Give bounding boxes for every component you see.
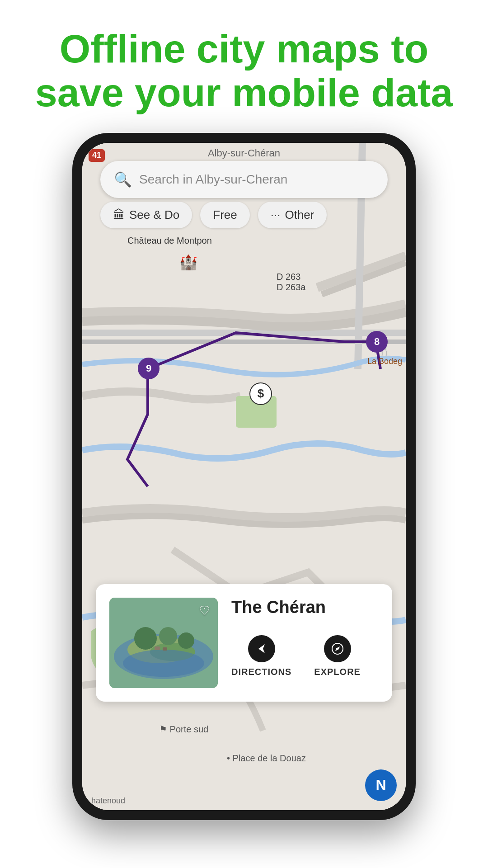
search-icon: 🔍 bbox=[114, 171, 132, 188]
place-douaz-label: • Place de la Douaz bbox=[227, 753, 306, 764]
road-d263-label: D 263 D 263a bbox=[277, 272, 306, 292]
dollar-marker: $ bbox=[249, 382, 272, 405]
route-node-8: 8 bbox=[366, 331, 388, 353]
explore-icon bbox=[324, 635, 351, 662]
svg-point-12 bbox=[123, 650, 204, 677]
svg-point-10 bbox=[159, 627, 177, 645]
page-title: Offline city maps to save your mobile da… bbox=[27, 27, 461, 115]
compass[interactable]: N bbox=[365, 769, 397, 801]
svg-rect-14 bbox=[163, 647, 167, 651]
porte-sud-label: ⚑ Porte sud bbox=[159, 724, 208, 735]
poi-actions: DIRECTIONS EXPLORE bbox=[231, 635, 379, 677]
filter-pills: 🏛 See & Do Free ··· Other bbox=[100, 202, 327, 228]
poi-image: ♡ bbox=[109, 598, 218, 688]
explore-action[interactable]: EXPLORE bbox=[314, 635, 361, 677]
phone-mockup: 🏰 41 Alby-sur-Chéran 🔍 Search in Alby-su… bbox=[72, 133, 416, 820]
svg-point-9 bbox=[134, 627, 157, 650]
city-label: Alby-sur-Chéran bbox=[208, 147, 280, 159]
more-dots-icon: ··· bbox=[271, 208, 281, 222]
phone-frame: 🏰 41 Alby-sur-Chéran 🔍 Search in Alby-su… bbox=[72, 133, 416, 820]
chateau-label: Château de Montpon bbox=[127, 236, 212, 246]
notification-badge: 41 bbox=[89, 149, 105, 162]
directions-label: DIRECTIONS bbox=[231, 667, 291, 677]
route-node-9: 9 bbox=[138, 358, 160, 379]
poi-info: The Chéran DIRECTIONS bbox=[231, 598, 379, 688]
explore-label: EXPLORE bbox=[314, 667, 361, 677]
svg-point-11 bbox=[178, 632, 194, 649]
hatenoud-label: hatenoud bbox=[91, 796, 125, 806]
svg-rect-13 bbox=[155, 646, 160, 650]
other-filter[interactable]: ··· Other bbox=[258, 202, 327, 228]
poi-title: The Chéran bbox=[231, 598, 379, 617]
phone-screen: 🏰 41 Alby-sur-Chéran 🔍 Search in Alby-su… bbox=[82, 143, 406, 810]
heart-icon[interactable]: ♡ bbox=[195, 602, 213, 620]
directions-action[interactable]: DIRECTIONS bbox=[231, 635, 291, 677]
search-bar[interactable]: 🔍 Search in Alby-sur-Cheran bbox=[100, 161, 388, 198]
see-do-icon: 🏛 bbox=[113, 208, 125, 222]
svg-marker-16 bbox=[335, 646, 340, 651]
search-placeholder: Search in Alby-sur-Cheran bbox=[139, 172, 287, 187]
map-area[interactable]: 🏰 41 Alby-sur-Chéran 🔍 Search in Alby-su… bbox=[82, 143, 406, 810]
poi-popup-card: ♡ The Chéran bbox=[96, 584, 392, 702]
see-do-filter[interactable]: 🏛 See & Do bbox=[100, 202, 192, 228]
directions-icon bbox=[248, 635, 275, 662]
header-section: Offline city maps to save your mobile da… bbox=[0, 0, 488, 133]
free-filter[interactable]: Free bbox=[200, 202, 249, 228]
svg-text:🏰: 🏰 bbox=[179, 254, 197, 271]
